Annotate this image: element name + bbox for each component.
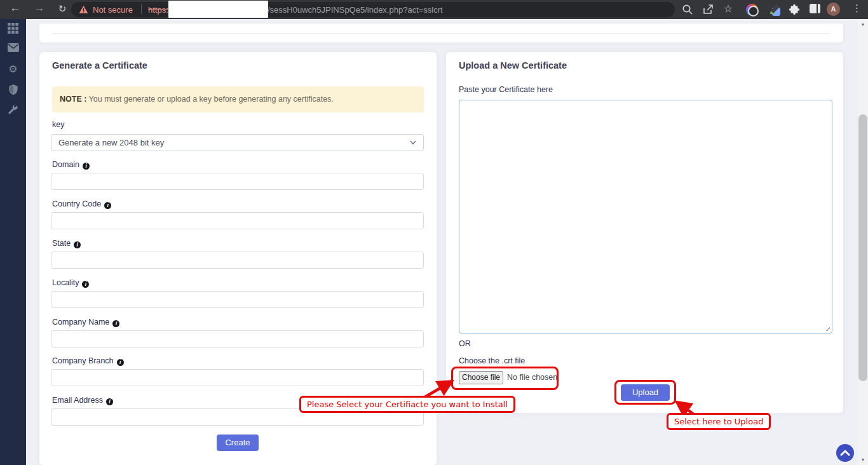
- scrollbar-up-arrow[interactable]: ▲: [858, 22, 868, 26]
- annotation-select-certificate: Please Select your Certifiacte you want …: [299, 396, 515, 413]
- menu-kebab-icon[interactable]: ⋮: [852, 3, 861, 14]
- apps-grid-icon: [8, 23, 18, 34]
- info-icon[interactable]: i: [82, 281, 89, 288]
- note-banner: NOTE : You must generate or upload a key…: [52, 86, 424, 112]
- or-label: OR: [459, 339, 471, 348]
- address-divider: [141, 4, 142, 15]
- sidebar-item-settings[interactable]: ⚙: [0, 63, 26, 79]
- colorpicker-extension-icon[interactable]: [768, 3, 782, 17]
- bookmark-star-icon[interactable]: ☆: [722, 3, 735, 15]
- sidebar-item-security[interactable]: [0, 84, 26, 100]
- email-address-label: Email Addressi: [52, 396, 113, 405]
- create-button[interactable]: Create: [217, 435, 259, 451]
- key-label: key: [52, 120, 64, 129]
- divider: [52, 33, 831, 34]
- upload-button[interactable]: Upload: [621, 384, 670, 401]
- share-icon[interactable]: [702, 3, 714, 16]
- page-scrollbar[interactable]: ▲ ▼: [858, 19, 868, 465]
- forward-button[interactable]: →: [32, 2, 47, 15]
- browser-toolbar: ← → ↻ Not secure https: /sessH0uwch5JPIN…: [0, 0, 868, 19]
- back-button[interactable]: ←: [8, 2, 23, 15]
- choose-file-button[interactable]: Choose file: [459, 371, 503, 384]
- info-icon[interactable]: i: [104, 202, 111, 209]
- scroll-to-top-button[interactable]: [836, 444, 854, 462]
- state-input[interactable]: [51, 252, 424, 269]
- app-sidebar: ⚙: [0, 19, 26, 465]
- not-secure-label[interactable]: Not secure: [93, 5, 133, 15]
- chevron-up-icon: [840, 449, 850, 457]
- generate-card-title: Generate a Certificate: [52, 60, 147, 71]
- info-icon[interactable]: i: [117, 359, 124, 366]
- company-branch-label: Company Branchi: [52, 356, 124, 366]
- company-name-label: Company Namei: [52, 318, 119, 327]
- screenshot-extension-icon[interactable]: [746, 4, 758, 16]
- mail-icon: [8, 43, 19, 52]
- state-label: Statei: [52, 239, 81, 248]
- wrench-icon: [8, 105, 18, 116]
- file-chosen-text: No file chosen: [507, 373, 557, 382]
- upload-card-title: Upload a New Certificate: [459, 60, 567, 71]
- note-text: You must generate or upload a key before…: [86, 95, 333, 104]
- company-branch-input[interactable]: [51, 369, 424, 386]
- address-bar[interactable]: Not secure https: /sessH0uwch5JPINSpQe5/…: [71, 2, 675, 17]
- shield-icon: [8, 84, 18, 95]
- info-icon[interactable]: i: [106, 398, 113, 405]
- settings-gears-icon: ⚙: [8, 64, 17, 74]
- domain-label: Domaini: [52, 160, 90, 170]
- locality-label: Localityi: [52, 278, 89, 288]
- scrollbar-thumb[interactable]: [858, 114, 867, 381]
- sidebar-item-apps[interactable]: [0, 23, 26, 39]
- https-label: https:: [148, 5, 168, 15]
- warning-icon: [79, 5, 88, 14]
- sidebar-item-tools[interactable]: [0, 105, 26, 121]
- profile-avatar[interactable]: A: [827, 3, 840, 16]
- sidebar-item-mail[interactable]: [0, 43, 26, 60]
- url-path: /sessH0uwch5JPINSpQe5/index.php?act=sslc…: [268, 5, 443, 15]
- previous-section-card: [39, 24, 843, 43]
- side-panel-icon[interactable]: [810, 4, 820, 13]
- annotation-select-upload: Select here to Upload: [667, 413, 771, 430]
- scrollbar-down-arrow[interactable]: ▼: [858, 457, 868, 462]
- reload-button[interactable]: ↻: [55, 3, 70, 15]
- paste-certificate-label: Paste your Certificate here: [459, 85, 553, 94]
- country-code-input[interactable]: [51, 212, 424, 229]
- key-select[interactable]: Generate a new 2048 bit key: [51, 134, 424, 151]
- company-name-input[interactable]: [51, 330, 424, 347]
- domain-input[interactable]: [51, 173, 424, 190]
- zoom-icon[interactable]: [681, 3, 694, 16]
- info-icon[interactable]: i: [83, 163, 90, 170]
- note-label: NOTE :: [60, 95, 86, 104]
- upload-certificate-card: Upload a New Certificate Paste your Cert…: [446, 52, 843, 413]
- extensions-puzzle-icon[interactable]: [788, 3, 801, 16]
- certificate-textarea[interactable]: [459, 100, 832, 334]
- redacted-domain: [168, 1, 268, 18]
- browser-window: ← → ↻ Not secure https: /sessH0uwch5JPIN…: [0, 0, 868, 465]
- chevron-down-icon: [410, 140, 416, 145]
- info-icon[interactable]: i: [112, 320, 119, 327]
- info-icon[interactable]: i: [74, 241, 81, 248]
- choose-crt-label: Choose the .crt file: [459, 356, 525, 365]
- key-selected-value: Generate a new 2048 bit key: [58, 138, 164, 147]
- locality-input[interactable]: [51, 291, 424, 308]
- country-code-label: Country Codei: [52, 199, 111, 209]
